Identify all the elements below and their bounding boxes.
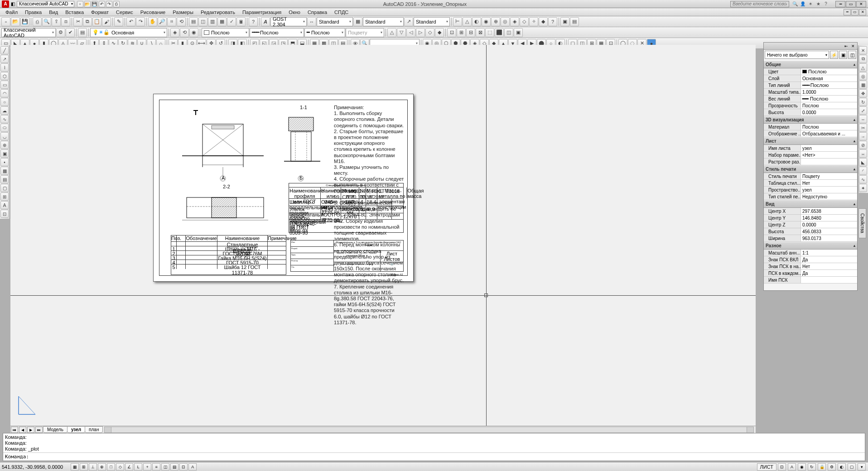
dim7-button[interactable]: ◈ bbox=[510, 17, 519, 26]
paperspace-button[interactable]: ЛИСТ bbox=[757, 463, 776, 471]
sheetset-button[interactable]: ▦ bbox=[217, 17, 227, 26]
hatch-tool[interactable]: ▦ bbox=[0, 167, 9, 175]
dyn-button[interactable]: + bbox=[143, 463, 151, 471]
workspace-save-button[interactable]: ✔ bbox=[66, 28, 75, 37]
exchange-icon[interactable]: ✶ bbox=[807, 1, 814, 7]
addselect-tool[interactable]: ⊡ bbox=[0, 210, 9, 218]
arc-tool[interactable]: ◠ bbox=[0, 89, 9, 97]
spds2-button[interactable]: ▤ bbox=[570, 17, 579, 26]
spds1-button[interactable]: ▣ bbox=[560, 17, 569, 26]
properties-autohide-button[interactable]: ⇤ bbox=[844, 43, 849, 49]
point-tool[interactable]: • bbox=[0, 158, 9, 166]
redo-button[interactable]: ↷ bbox=[136, 17, 145, 26]
layerprev-button[interactable]: ⟲ bbox=[180, 28, 189, 37]
mirror-tool[interactable]: △ bbox=[859, 63, 867, 72]
ellipse-tool[interactable]: ⬭ bbox=[0, 124, 9, 132]
array-tool[interactable]: ▦ bbox=[859, 81, 867, 89]
annoupdate-button[interactable]: ↻ bbox=[808, 463, 816, 471]
menu-help[interactable]: Справка bbox=[304, 9, 331, 16]
zoomprev-button[interactable]: ⟲ bbox=[177, 17, 186, 26]
tab-uzel[interactable]: узел bbox=[67, 426, 85, 433]
erase-tool[interactable]: ✕ bbox=[859, 46, 867, 54]
vpmax-button[interactable]: ⊡ bbox=[778, 463, 786, 471]
new-icon[interactable]: ▫ bbox=[77, 1, 83, 7]
scale-tool[interactable]: ⤢ bbox=[859, 106, 867, 115]
menu-tools[interactable]: Сервис bbox=[112, 9, 137, 16]
mod4-button[interactable]: ▷ bbox=[416, 28, 425, 37]
drawing-area[interactable]: A 1-1 Б Примечания: 1. Выполнить сборку … bbox=[10, 45, 756, 426]
dim1-button[interactable]: ⊢ bbox=[453, 17, 462, 26]
properties-title-bar[interactable]: Свойства bbox=[858, 208, 866, 238]
properties-close-button[interactable]: ✕ bbox=[850, 43, 856, 49]
minimize-button[interactable]: ━ bbox=[835, 1, 845, 7]
move-tool[interactable]: ✥ bbox=[859, 89, 867, 97]
menu-view[interactable]: Вид bbox=[45, 9, 62, 16]
cat-3dviz[interactable]: 3D визуализация bbox=[764, 116, 857, 124]
qp-button[interactable]: ▤ bbox=[170, 463, 178, 471]
annovis-button[interactable]: ◉ bbox=[798, 463, 806, 471]
dim-help-button[interactable]: ? bbox=[548, 17, 557, 26]
publish-button[interactable]: ⇪ bbox=[52, 17, 61, 26]
fillet-tool[interactable]: ◜ bbox=[859, 167, 867, 175]
command-input[interactable]: Команда: bbox=[3, 452, 865, 461]
mod1-button[interactable]: △ bbox=[387, 28, 396, 37]
join-tool[interactable]: ⨝ bbox=[859, 149, 867, 158]
otrack-button[interactable]: ∠ bbox=[125, 463, 133, 471]
mdi-restore[interactable]: ▭ bbox=[851, 9, 858, 15]
properties-button[interactable]: ▤ bbox=[189, 17, 198, 26]
break-tool[interactable]: ⊘ bbox=[859, 141, 867, 149]
mleader-dropdown[interactable]: Standard bbox=[414, 17, 450, 26]
spds-h-button[interactable]: ▣ bbox=[514, 28, 523, 37]
tab-plan[interactable]: план bbox=[85, 426, 103, 433]
coordinates-display[interactable]: 541.9332, -30.9958, 0.0000 bbox=[2, 464, 63, 470]
plotstyle-dropdown[interactable]: Поцвету bbox=[346, 28, 384, 37]
pan-button[interactable]: ✋ bbox=[148, 17, 157, 26]
dim5-button[interactable]: ⊕ bbox=[491, 17, 500, 26]
preview-button[interactable]: 🔍 bbox=[42, 17, 51, 26]
pickadd-button[interactable]: ▣ bbox=[839, 51, 847, 59]
menu-modify[interactable]: Редактировать bbox=[197, 9, 239, 16]
save-icon[interactable]: 💾 bbox=[92, 1, 98, 7]
table-tool[interactable]: ⊞ bbox=[0, 192, 9, 201]
xline-tool[interactable]: ↗ bbox=[0, 55, 9, 63]
zoom-button[interactable]: 🔎 bbox=[158, 17, 167, 26]
rotate-tool[interactable]: ↻ bbox=[859, 98, 867, 106]
sc-button[interactable]: ⊡ bbox=[179, 463, 188, 471]
open-button[interactable]: 📂 bbox=[11, 17, 20, 26]
cat-misc[interactable]: Разное bbox=[764, 242, 857, 250]
tab-model[interactable]: Модель bbox=[43, 426, 68, 433]
close-button[interactable]: ✕ bbox=[856, 1, 866, 7]
help-icon[interactable]: ? bbox=[823, 1, 829, 7]
dimstyle-icon[interactable]: ↔ bbox=[307, 17, 316, 26]
print-icon[interactable]: ⎙ bbox=[113, 1, 120, 7]
ortho-button[interactable]: ⊥ bbox=[89, 463, 97, 471]
lineweight-dropdown[interactable]: ━ Послою bbox=[304, 28, 345, 37]
workspace-settings-button[interactable]: ⚙ bbox=[56, 28, 65, 37]
dim9-button[interactable]: ✧ bbox=[529, 17, 538, 26]
infocenter-search[interactable] bbox=[730, 1, 789, 7]
plot-button[interactable]: ⎙ bbox=[33, 17, 42, 26]
menu-file[interactable]: Файл bbox=[2, 9, 21, 16]
circle-tool[interactable]: ○ bbox=[0, 98, 9, 106]
spline-tool[interactable]: ∿ bbox=[0, 115, 9, 123]
3dprint-button[interactable]: ⧈ bbox=[61, 17, 70, 26]
polygon-tool[interactable]: ⬡ bbox=[0, 72, 9, 80]
tab-first-button[interactable]: ⏮ bbox=[11, 427, 18, 433]
horizontal-scrollbar[interactable] bbox=[104, 427, 754, 433]
polar-button[interactable]: ⊕ bbox=[98, 463, 106, 471]
insert-tool[interactable]: ⊕ bbox=[0, 141, 9, 149]
hardware-button[interactable]: ⚙ bbox=[828, 463, 836, 471]
menu-insert[interactable]: Вставка bbox=[62, 9, 87, 16]
matchprop-button[interactable]: 🖌 bbox=[102, 17, 111, 26]
textstyle-icon[interactable]: A bbox=[261, 17, 270, 26]
layer-manager-button[interactable]: ▤ bbox=[78, 28, 87, 37]
undo-icon[interactable]: ↶ bbox=[99, 1, 105, 7]
trim-tool[interactable]: ✂ bbox=[859, 124, 867, 132]
dim10-button[interactable]: ◆ bbox=[539, 17, 548, 26]
layer-dropdown[interactable]: 💡☀🔓Основная bbox=[90, 28, 167, 37]
markup-button[interactable]: ✓ bbox=[227, 17, 236, 26]
maximize-button[interactable]: ▭ bbox=[846, 1, 856, 7]
dim2-button[interactable]: △ bbox=[463, 17, 472, 26]
selection-dropdown[interactable]: Ничего не выбрано bbox=[765, 51, 829, 59]
spds-f-button[interactable]: ⬛ bbox=[495, 28, 504, 37]
